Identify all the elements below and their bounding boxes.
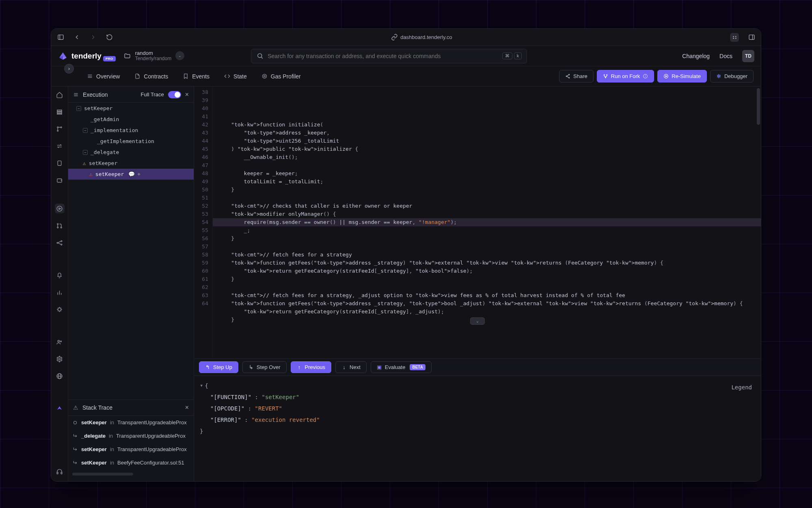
- code-editor[interactable]: 3839404142434445464748495051525354555657…: [194, 87, 761, 358]
- chart-icon[interactable]: [55, 287, 65, 297]
- browser-window: dashboard.tenderly.co tenderly PRO rando…: [51, 28, 761, 482]
- svg-point-2: [733, 36, 734, 37]
- beta-badge: BETA: [410, 364, 425, 370]
- re-simulate-button[interactable]: Re-Simulate: [657, 70, 707, 82]
- project-path: Tenderly/random: [135, 56, 171, 61]
- debugger-button[interactable]: ✻ Debugger: [710, 70, 754, 82]
- reload-icon[interactable]: [106, 34, 113, 41]
- search-bar[interactable]: ⌘ k: [251, 49, 527, 63]
- tree-row-setkeeper-warn[interactable]: ⚠setKeeper: [68, 158, 194, 169]
- code-area: 3839404142434445464748495051525354555657…: [194, 87, 761, 481]
- docs-link[interactable]: Docs: [719, 53, 732, 59]
- sidebar-toggle-icon[interactable]: [57, 34, 64, 41]
- collapse-caret-icon[interactable]: ▾: [200, 380, 203, 391]
- legend-link[interactable]: Legend: [731, 382, 752, 393]
- chevron-down-icon[interactable]: ⌄: [175, 51, 184, 60]
- scrollbar[interactable]: [757, 88, 760, 125]
- tree-row-getimplementation[interactable]: _getImplementation: [68, 136, 194, 147]
- svg-point-16: [566, 76, 567, 76]
- play-icon[interactable]: [55, 204, 65, 213]
- users-icon[interactable]: [55, 337, 65, 347]
- tree-row-delegate[interactable]: −_delegate: [68, 147, 194, 158]
- brand[interactable]: tenderly PRO: [58, 50, 116, 61]
- close-icon[interactable]: ×: [185, 404, 189, 411]
- bell-icon[interactable]: [55, 270, 65, 280]
- search-icon: [256, 52, 263, 60]
- tree-label: _delegate: [91, 149, 119, 155]
- panel-toggle-icon[interactable]: [748, 34, 755, 41]
- stack-item[interactable]: setKeeper in TransparentUpgradeableProx: [68, 416, 194, 429]
- swap-icon[interactable]: [55, 141, 65, 151]
- evaluate-button[interactable]: ▣EvaluateBETA: [371, 361, 432, 373]
- svg-point-54: [60, 341, 62, 342]
- svg-point-21: [606, 74, 607, 75]
- next-label: Next: [350, 364, 361, 370]
- layers-icon[interactable]: [55, 107, 65, 117]
- svg-line-18: [567, 75, 568, 76]
- line-gutter: 3839404142434445464748495051525354555657…: [194, 87, 213, 358]
- step-up-button[interactable]: ↰Step Up: [199, 361, 238, 373]
- tab-contracts[interactable]: Contracts: [128, 70, 175, 83]
- tree-row-getadmin[interactable]: _getAdmin: [68, 114, 194, 125]
- list-small-icon: [73, 92, 79, 98]
- changelog-link[interactable]: Changelog: [682, 53, 710, 59]
- tree-label: setKeeper: [89, 160, 117, 166]
- tab-state-label: State: [233, 73, 247, 80]
- search-input[interactable]: [268, 53, 498, 59]
- svg-point-15: [569, 74, 570, 75]
- tab-gas-profiler[interactable]: Gas Profiler: [255, 70, 307, 83]
- close-icon[interactable]: ×: [185, 91, 189, 98]
- tab-events[interactable]: Events: [176, 70, 216, 83]
- code-content: "tok-kw">function initialize( "tok-type"…: [213, 87, 761, 358]
- tree-row-implementation[interactable]: −_implementation: [68, 125, 194, 136]
- wallet-icon[interactable]: [55, 175, 65, 185]
- stack-item[interactable]: setKeeper in TransparentUpgradeableProx: [68, 443, 194, 456]
- doc-icon[interactable]: [55, 158, 65, 168]
- tree-row-setkeeper-error[interactable]: ⚠ setKeeper 💬 +: [68, 169, 194, 180]
- svg-point-39: [57, 223, 58, 224]
- arrow-up-right-icon: ↰: [205, 365, 210, 370]
- step-over-button[interactable]: ↳Step Over: [242, 361, 287, 373]
- gear-icon: ✻: [716, 74, 721, 79]
- share-alt-icon[interactable]: [55, 238, 65, 247]
- tab-state[interactable]: State: [218, 70, 253, 83]
- panel-drag-handle[interactable]: ⌄: [470, 317, 485, 325]
- add-icon[interactable]: +: [137, 171, 140, 177]
- home-icon[interactable]: [55, 90, 65, 100]
- svg-point-37: [57, 206, 62, 211]
- debugger-label: Debugger: [724, 73, 747, 79]
- stack-trace-header: ⚠ Stack Trace ×: [68, 399, 194, 416]
- next-button[interactable]: ↓Next: [335, 361, 367, 373]
- sidebar-expand-icon[interactable]: ›: [64, 64, 74, 74]
- scrollbar[interactable]: [72, 473, 133, 475]
- comment-icon[interactable]: 💬: [128, 171, 135, 177]
- tab-overview[interactable]: Overview: [80, 70, 126, 83]
- svg-marker-38: [59, 208, 60, 209]
- headset-icon[interactable]: [55, 467, 65, 476]
- project-picker[interactable]: random Tenderly/random ⌄: [124, 50, 184, 61]
- back-icon[interactable]: [73, 34, 80, 41]
- avatar[interactable]: TD: [742, 50, 754, 62]
- stack-item[interactable]: _delegate in TransparentUpgradeableProx: [68, 429, 194, 443]
- browser-chrome: dashboard.tenderly.co: [51, 29, 761, 46]
- run-on-fork-button[interactable]: Run on Fork: [597, 70, 654, 82]
- url-text[interactable]: dashboard.tenderly.co: [400, 34, 452, 40]
- tenderly-mark-icon[interactable]: [55, 404, 65, 413]
- extension-icon[interactable]: [730, 33, 739, 42]
- target-icon: [261, 73, 268, 79]
- full-trace-toggle[interactable]: [168, 91, 181, 98]
- fork-icon: [603, 74, 608, 79]
- pull-request-icon[interactable]: [55, 221, 65, 230]
- stack-item[interactable]: setKeeper in BeefyFeeConfigurator.sol:51: [68, 456, 194, 469]
- pro-badge: PRO: [103, 56, 116, 61]
- settings-icon[interactable]: [55, 354, 65, 364]
- globe-icon[interactable]: [55, 371, 65, 381]
- step-over-icon: ↳: [248, 365, 254, 370]
- branch-icon[interactable]: [55, 124, 65, 134]
- share-button[interactable]: Share: [559, 70, 594, 82]
- file-icon: [134, 73, 140, 79]
- cpu-icon[interactable]: [55, 304, 65, 314]
- tree-row-setkeeper-root[interactable]: −setKeeper: [68, 103, 194, 114]
- tab-gas-label: Gas Profiler: [271, 73, 301, 80]
- previous-button[interactable]: ↑Previous: [291, 361, 332, 373]
